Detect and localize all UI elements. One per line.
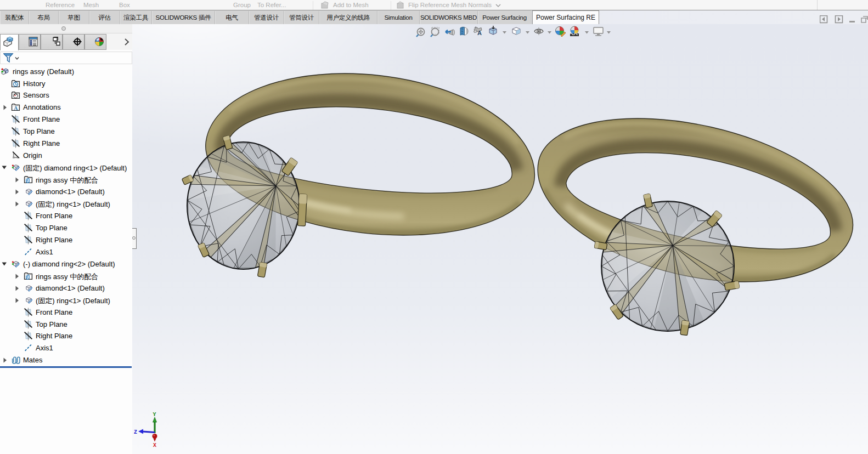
svg-text:A: A — [14, 105, 18, 111]
svg-text:A: A — [477, 30, 482, 36]
svg-text:Z: Z — [134, 429, 137, 435]
svg-text:Y: Y — [153, 412, 156, 418]
svg-text:X: X — [153, 442, 156, 449]
